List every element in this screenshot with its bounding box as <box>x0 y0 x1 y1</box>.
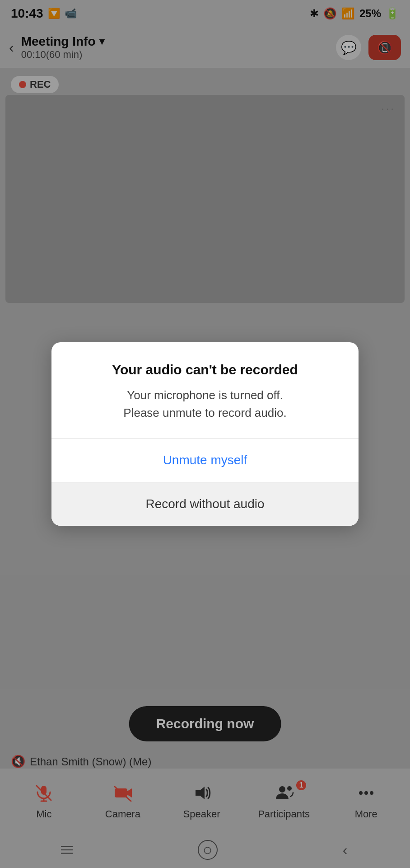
modal-body: Your audio can't be recorded Your microp… <box>51 342 359 438</box>
unmute-myself-button[interactable]: Unmute myself <box>51 439 359 482</box>
record-without-audio-button[interactable]: Record without audio <box>51 482 359 526</box>
modal-description: Your microphone is turned off.Please unm… <box>70 387 340 422</box>
modal-dialog: Your audio can't be recorded Your microp… <box>51 342 359 526</box>
modal-overlay: Your audio can't be recorded Your microp… <box>0 0 410 868</box>
modal-title: Your audio can't be recorded <box>70 362 340 377</box>
